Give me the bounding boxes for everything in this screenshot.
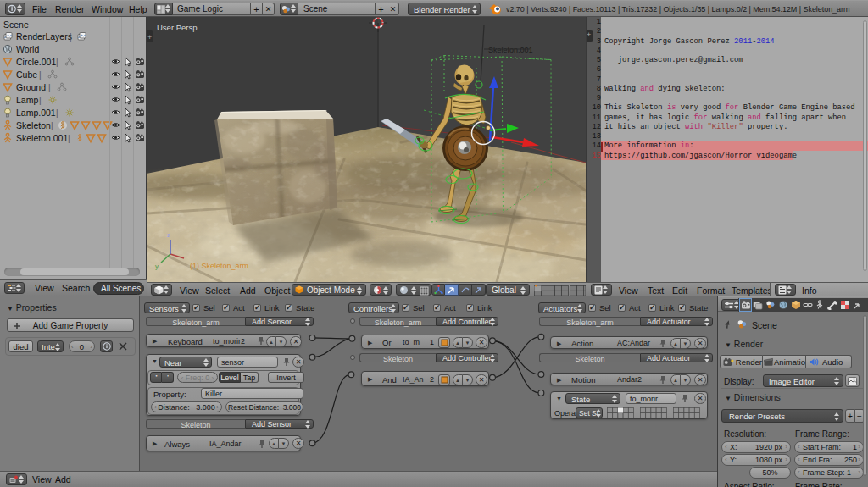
svg-text:|: | <box>51 121 53 130</box>
svg-text:Scene: Scene <box>3 19 29 30</box>
svg-text:World: World <box>16 44 39 54</box>
svg-text:Lamp: Lamp <box>16 95 38 105</box>
svg-text:Circle.001: Circle.001 <box>16 57 56 67</box>
svg-text:RenderLayers: RenderLayers <box>16 31 72 42</box>
svg-text:|: | <box>68 134 70 143</box>
svg-text:y: y <box>155 263 159 270</box>
svg-text:|: | <box>48 83 51 92</box>
svg-text:Skeleton.001: Skeleton.001 <box>488 46 533 54</box>
svg-text:Cube: Cube <box>16 69 37 80</box>
svg-text:|: | <box>39 70 42 80</box>
svg-text:|: | <box>39 96 42 105</box>
svg-text:User Persp: User Persp <box>157 23 198 32</box>
svg-text:z: z <box>167 231 170 239</box>
svg-text:Skeleton.001: Skeleton.001 <box>16 133 68 143</box>
svg-text:+: + <box>147 33 152 42</box>
svg-text:|: | <box>70 32 72 42</box>
svg-text:Ground: Ground <box>16 82 46 92</box>
svg-text:(1) Skeleton_arm: (1) Skeleton_arm <box>190 262 248 270</box>
svg-text:Lamp.001: Lamp.001 <box>16 108 56 118</box>
svg-text:|: | <box>56 58 58 67</box>
svg-text:|: | <box>56 108 58 118</box>
svg-text:Skeleton: Skeleton <box>16 120 51 130</box>
